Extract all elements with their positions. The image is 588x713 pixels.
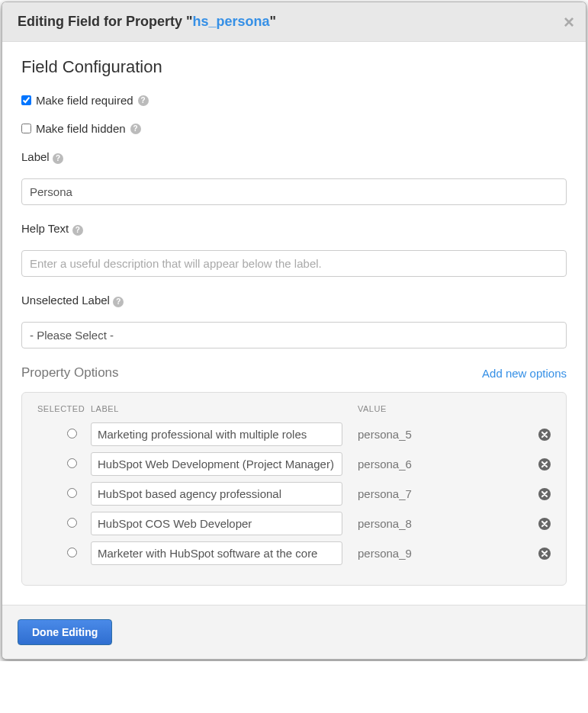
close-icon[interactable]: × xyxy=(564,13,574,31)
options-title: Property Options xyxy=(21,365,119,381)
required-checkbox[interactable] xyxy=(21,95,31,105)
option-row: persona_9 xyxy=(37,541,551,565)
option-radio[interactable] xyxy=(67,518,77,528)
option-label-input[interactable] xyxy=(91,452,342,476)
modal-header: Editing Field for Property "hs_persona" … xyxy=(2,2,586,42)
unselected-label-input[interactable] xyxy=(21,322,567,348)
option-row: persona_5 xyxy=(37,422,551,446)
options-header: Property Options Add new options xyxy=(21,365,567,381)
option-value: persona_9 xyxy=(358,547,412,560)
col-selected: SELECTED xyxy=(37,404,91,413)
modal-title: Editing Field for Property "hs_persona" xyxy=(18,14,570,30)
help-text-input[interactable] xyxy=(21,250,567,277)
add-options-link[interactable]: Add new options xyxy=(482,367,567,380)
unselected-label-group: Unselected Label ? xyxy=(21,294,567,348)
option-radio[interactable] xyxy=(67,429,77,438)
option-label-input[interactable] xyxy=(91,512,342,535)
help-icon[interactable]: ? xyxy=(53,153,63,164)
options-box: SELECTED LABEL VALUE persona_5persona_6p… xyxy=(21,392,567,586)
hidden-label: Make field hidden xyxy=(36,122,126,135)
option-row: persona_7 xyxy=(37,482,551,506)
option-value: persona_7 xyxy=(358,487,412,500)
help-icon[interactable]: ? xyxy=(130,124,141,134)
options-table-header: SELECTED LABEL VALUE xyxy=(37,404,551,413)
delete-icon[interactable] xyxy=(538,518,551,530)
hidden-checkbox-row: Make field hidden ? xyxy=(21,122,567,135)
option-value: persona_6 xyxy=(358,458,412,471)
option-radio[interactable] xyxy=(67,488,77,498)
label-field-label: Label xyxy=(21,150,50,163)
delete-icon[interactable] xyxy=(538,488,551,500)
modal-footer: Done Editing xyxy=(2,605,586,659)
title-suffix: " xyxy=(270,14,277,29)
section-title: Field Configuration xyxy=(21,57,567,77)
required-checkbox-row: Make field required ? xyxy=(21,94,567,107)
label-input[interactable] xyxy=(21,178,567,205)
option-row: persona_8 xyxy=(37,512,551,535)
option-label-input[interactable] xyxy=(91,541,342,565)
property-name: hs_persona xyxy=(193,14,270,29)
unselected-label-label: Unselected Label xyxy=(21,294,110,307)
col-value: VALUE xyxy=(342,404,551,413)
option-label-input[interactable] xyxy=(91,482,342,506)
hidden-checkbox[interactable] xyxy=(21,124,31,133)
label-group: Label ? xyxy=(21,150,567,205)
option-radio[interactable] xyxy=(67,458,77,468)
required-label: Make field required xyxy=(36,94,133,107)
help-icon[interactable]: ? xyxy=(113,297,124,307)
col-label: LABEL xyxy=(91,404,342,413)
help-text-label: Help Text xyxy=(21,222,69,235)
modal-body: Field Configuration Make field required … xyxy=(2,42,586,605)
option-value: persona_5 xyxy=(358,428,412,441)
option-radio[interactable] xyxy=(67,548,77,557)
title-prefix: Editing Field for Property " xyxy=(18,14,193,29)
done-editing-button[interactable]: Done Editing xyxy=(18,619,112,645)
help-icon[interactable]: ? xyxy=(72,225,83,236)
option-label-input[interactable] xyxy=(91,422,342,446)
option-row: persona_6 xyxy=(37,452,551,476)
help-text-group: Help Text ? xyxy=(21,222,567,277)
help-icon[interactable]: ? xyxy=(138,95,149,106)
delete-icon[interactable] xyxy=(538,548,551,560)
option-value: persona_8 xyxy=(358,517,412,530)
modal-dialog: Editing Field for Property "hs_persona" … xyxy=(2,2,586,660)
delete-icon[interactable] xyxy=(538,458,551,471)
delete-icon[interactable] xyxy=(538,429,551,441)
